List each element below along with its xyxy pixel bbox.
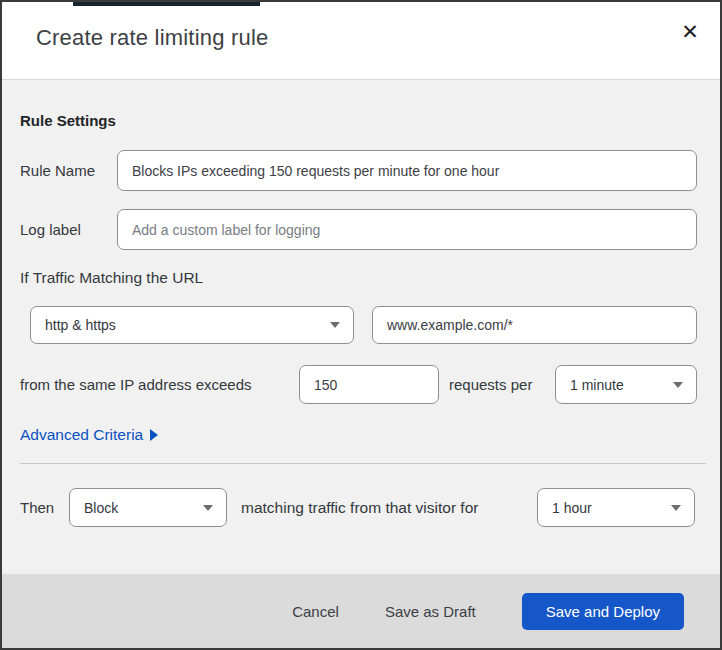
traffic-matching-heading: If Traffic Matching the URL (20, 269, 203, 287)
chevron-down-icon (203, 505, 213, 511)
top-accent-bar (73, 2, 260, 6)
advanced-criteria-link[interactable]: Advanced Criteria (20, 426, 158, 444)
rule-settings-heading: Rule Settings (20, 112, 116, 129)
rule-name-field-wrap (117, 150, 697, 191)
modal-title: Create rate limiting rule (36, 25, 268, 51)
then-middle-wrap: matching traffic from that visitor for (241, 488, 478, 527)
action-select[interactable]: Block (69, 488, 227, 527)
scheme-select-value: http & https (45, 317, 116, 333)
close-button[interactable]: ✕ (675, 16, 705, 46)
then-label-wrap: Then (20, 488, 54, 527)
chevron-down-icon (330, 322, 340, 328)
log-label-field-wrap (117, 209, 697, 250)
caret-right-icon (150, 429, 158, 441)
cancel-button[interactable]: Cancel (292, 603, 339, 620)
duration-select[interactable]: 1 hour (537, 488, 695, 527)
action-select-value: Block (84, 500, 118, 516)
save-and-deploy-button[interactable]: Save and Deploy (522, 593, 684, 630)
duration-select-value: 1 hour (552, 500, 592, 516)
rule-name-input[interactable] (117, 150, 697, 191)
threshold-middle-wrap: requests per (449, 365, 532, 404)
create-rate-limiting-rule-modal: Create rate limiting rule ✕ Rule Setting… (0, 0, 722, 650)
rule-name-label: Rule Name (20, 162, 95, 179)
save-as-draft-button[interactable]: Save as Draft (385, 603, 476, 620)
log-label-label-wrap: Log label (20, 209, 81, 250)
log-label-input[interactable] (117, 209, 697, 250)
chevron-down-icon (671, 505, 681, 511)
period-select-value: 1 minute (570, 377, 624, 393)
then-label: Then (20, 499, 54, 516)
rule-name-label-wrap: Rule Name (20, 150, 95, 191)
period-select[interactable]: 1 minute (555, 365, 697, 404)
scheme-select[interactable]: http & https (30, 306, 354, 344)
matching-traffic-text: matching traffic from that visitor for (241, 499, 478, 517)
threshold-count-wrap (299, 365, 439, 404)
url-input[interactable] (372, 306, 697, 344)
threshold-prefix-text: from the same IP address exceeds (20, 376, 252, 393)
requests-per-text: requests per (449, 376, 532, 393)
section-divider (20, 463, 706, 464)
chevron-down-icon (673, 382, 683, 388)
url-field-wrap (372, 306, 697, 344)
advanced-criteria-label: Advanced Criteria (20, 426, 143, 444)
modal-header: Create rate limiting rule ✕ (2, 2, 720, 80)
log-label-label: Log label (20, 221, 81, 238)
close-icon: ✕ (681, 21, 699, 42)
threshold-prefix-wrap: from the same IP address exceeds (20, 365, 252, 404)
modal-footer: Cancel Save as Draft Save and Deploy (2, 574, 720, 648)
request-count-input[interactable] (299, 365, 439, 404)
